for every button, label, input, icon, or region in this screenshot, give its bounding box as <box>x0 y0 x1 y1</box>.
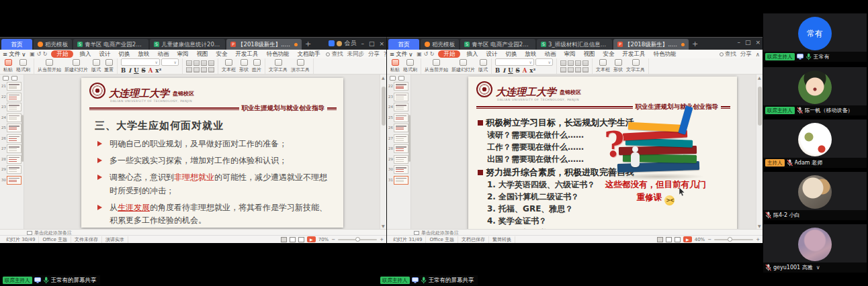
paste-button[interactable]: 粘贴 <box>390 59 400 73</box>
ribbon-tab[interactable]: 审阅 <box>562 50 577 58</box>
ribbon-tab[interactable]: 视图 <box>194 50 210 58</box>
slide-thumbnail[interactable]: 24 <box>1 113 23 122</box>
zoom-in-button[interactable]: + <box>380 237 384 242</box>
slide-thumbnail[interactable]: 22 <box>1 93 23 101</box>
slide-thumbnail[interactable]: 28 <box>1 155 23 164</box>
ribbon-tab[interactable]: 插入 <box>464 50 480 58</box>
document-tab[interactable]: S3_班级材料汇总信息20200101 <box>537 39 612 50</box>
new-slide-button[interactable]: 新建幻灯片 <box>64 59 88 73</box>
font-size-select[interactable]: ∨ <box>535 58 553 66</box>
zoom-out-button[interactable]: − <box>707 237 711 242</box>
thumbnail-scrollbar[interactable] <box>408 115 410 162</box>
strikethrough-button[interactable]: S <box>142 67 146 74</box>
find-button[interactable]: 查找 <box>720 50 736 58</box>
format-painter-button[interactable]: 格式刷 <box>16 59 30 73</box>
close-button[interactable]: × <box>755 39 761 46</box>
docer-template-tab[interactable]: 稻壳模板 <box>34 39 72 50</box>
ribbon-tab[interactable]: 安全 <box>601 50 616 58</box>
home-tab[interactable]: 首页 <box>388 39 419 50</box>
minimize-button[interactable]: – <box>737 39 740 46</box>
share-button[interactable]: 分享 <box>740 50 752 58</box>
slide-thumbnail[interactable]: 23 <box>1 103 23 111</box>
font-color-button[interactable]: A <box>523 67 527 74</box>
slideshow-play-button[interactable]: ▶ <box>683 236 692 242</box>
slide-thumbnail[interactable]: 29 <box>1 165 23 174</box>
participant-tile[interactable]: 联席主持人 陈一帆（移动设备） <box>763 67 867 115</box>
quick-access-toolbar[interactable]: ▣ ↺ ↻ <box>417 51 434 57</box>
new-tab-button[interactable]: + <box>305 40 311 48</box>
ribbon-tab[interactable]: 设计 <box>97 50 112 58</box>
text-box-button[interactable]: 文本框 <box>596 59 610 73</box>
canvas-scrollbar[interactable]: ▲▼ <box>380 75 386 229</box>
ribbon-tab[interactable]: 放映 <box>523 50 538 58</box>
share-button[interactable]: 分享 <box>368 50 380 58</box>
format-painter-button[interactable]: 格式刷 <box>403 59 417 73</box>
ribbon-tab[interactable]: 视图 <box>581 50 597 58</box>
participant-tile[interactable]: 主持人 Adam 老师 <box>763 120 867 168</box>
ribbon-tab[interactable]: 审阅 <box>175 50 190 58</box>
document-tab-active[interactable]: P【2018级新生】..课20200426 <box>226 39 302 50</box>
zoom-slider[interactable] <box>714 239 753 240</box>
slide-thumbnail[interactable]: 27 <box>388 134 410 143</box>
quick-access-toolbar[interactable]: ▣ ↺ ↻ <box>30 51 47 57</box>
member-chip[interactable]: 会员 <box>329 39 356 48</box>
reset-button[interactable]: 重置 <box>104 59 114 73</box>
font-size-select[interactable]: ∨ <box>161 58 179 66</box>
slide-thumbnail[interactable]: 25 <box>1 124 23 132</box>
document-tab-active[interactable]: P【2018级新生】..课20200428 <box>613 39 689 50</box>
slideshow-play-button[interactable]: ▶ <box>307 236 316 242</box>
text-tool-button[interactable]: 文字工具 <box>626 59 645 73</box>
bold-button[interactable]: B <box>495 67 500 74</box>
slide-thumbnail[interactable]: 24 <box>388 103 410 111</box>
superscript-button[interactable]: x² <box>529 67 535 74</box>
layout-button[interactable]: 版式 <box>478 59 488 73</box>
slide-thumbnail[interactable]: 22 <box>388 82 410 91</box>
text-tool-button[interactable]: 文字工具 <box>269 59 288 73</box>
panel-view-toggles[interactable] <box>3 76 23 81</box>
italic-button[interactable]: I <box>128 67 131 74</box>
slide-thumbnail[interactable]: 28 <box>388 144 410 153</box>
reading-view-icon[interactable] <box>675 237 681 242</box>
slide-thumbnail[interactable]: 27 <box>1 144 23 153</box>
new-slide-button[interactable]: 新建幻灯片 <box>451 59 475 73</box>
canvas-scrollbar[interactable]: ▲▼ <box>756 75 763 229</box>
find-button[interactable]: 查找 <box>326 50 343 58</box>
normal-view-icon[interactable] <box>281 237 287 242</box>
ribbon-tab[interactable]: 插入 <box>77 50 93 58</box>
font-family-select[interactable]: ∨ <box>495 58 534 66</box>
bold-button[interactable]: B <box>121 67 126 74</box>
font-family-select[interactable]: ∨ <box>121 58 160 66</box>
collapse-ribbon-icon[interactable]: ∧ <box>756 51 760 58</box>
chevron-down-icon[interactable]: ∨ <box>816 265 820 271</box>
ribbon-tab[interactable]: 动画 <box>542 50 558 58</box>
slide-thumbnail[interactable]: 26 <box>388 124 410 132</box>
ribbon-tab[interactable]: 开发工具 <box>233 50 260 58</box>
reading-view-icon[interactable] <box>298 237 304 242</box>
file-menu[interactable]: ≡ 文件 ∨ <box>390 50 413 58</box>
shapes-button[interactable]: 形状 <box>239 59 249 73</box>
close-button[interactable]: × <box>379 40 384 47</box>
strikethrough-button[interactable]: S <box>516 67 520 74</box>
participant-tile[interactable]: 陈4-2 小白 <box>763 172 867 220</box>
layout-button[interactable]: 版式 <box>91 59 101 73</box>
ribbon-tab[interactable]: 动画 <box>155 50 171 58</box>
text-box-button[interactable]: 文本框 <box>222 59 236 73</box>
underline-button[interactable]: U <box>508 67 513 74</box>
play-from-current-button[interactable]: 从当前开始 <box>38 59 61 73</box>
ribbon-tab[interactable]: 放映 <box>136 50 151 58</box>
italic-button[interactable]: I <box>503 67 505 74</box>
slide-thumbnail[interactable]: 25 <box>388 113 410 122</box>
ribbon-tab[interactable]: 切换 <box>116 50 132 58</box>
zoom-in-button[interactable]: + <box>756 237 760 242</box>
normal-view-icon[interactable] <box>657 237 663 242</box>
new-tab-button[interactable]: + <box>692 40 698 48</box>
panel-view-toggles[interactable] <box>390 76 410 81</box>
font-color-button[interactable]: A <box>148 67 153 74</box>
ribbon-tab[interactable]: 安全 <box>214 50 229 58</box>
paragraph-align-group[interactable] <box>560 60 589 73</box>
slide-thumbnail-active[interactable]: 30 <box>1 176 23 185</box>
play-from-current-button[interactable]: 从当前开始 <box>425 59 448 73</box>
participant-tile[interactable]: 常有 联席主持人 王常有 <box>763 13 867 62</box>
underline-button[interactable]: U <box>134 67 138 74</box>
file-menu[interactable]: ≡ 文件 ∨ <box>3 50 26 58</box>
